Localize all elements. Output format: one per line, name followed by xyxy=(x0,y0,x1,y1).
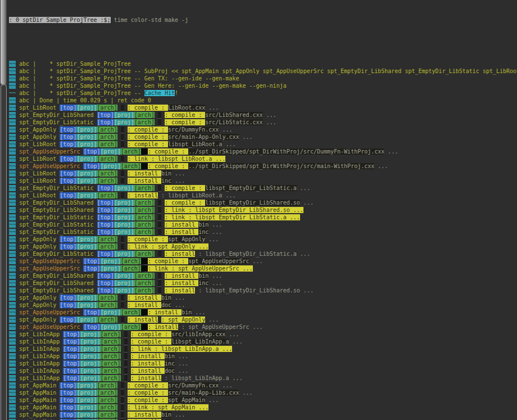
tilde-marker: ~~ xyxy=(9,302,16,308)
terminal-line: ~~ spt_EmptyDir_LibStatic [top][proj][ar… xyxy=(9,228,517,236)
action-label: : compile : xyxy=(165,200,205,206)
project-name: spt_AppMain xyxy=(19,397,56,403)
terminal-line: ~~ spt_LibInApp [top][proj][arch] _ : co… xyxy=(9,331,517,338)
tag-top: [top] xyxy=(97,222,114,228)
action-label: : install xyxy=(148,309,182,315)
ellipsis: ... xyxy=(205,236,219,242)
scrollbar[interactable] xyxy=(0,0,7,420)
ellipsis: ... xyxy=(208,273,222,279)
terminal-line: ~~ spt_AppOnly [top][proj][arch] _ : com… xyxy=(9,236,517,243)
project-name: spt_EmptyDir_LibStatic xyxy=(19,229,93,235)
ellipsis: ... xyxy=(239,134,252,140)
spacer xyxy=(124,192,128,198)
action-label: : install xyxy=(128,302,161,308)
tilde-marker: ~~ xyxy=(9,324,16,330)
tag-proj: [proj] xyxy=(76,382,97,389)
target-name: : spt_AppUseUpperSrc ... xyxy=(178,324,263,330)
underscore-marker: _ xyxy=(141,265,148,272)
target-name: bin xyxy=(161,295,171,301)
tag-proj: [proj] xyxy=(76,317,97,323)
terminal-line: ~~ spt_LibInApp [top][proj][arch] _ : in… xyxy=(9,360,517,367)
target-name: : libspt_LibRoot.a ... xyxy=(158,192,235,198)
tag-arch: [arch] xyxy=(97,105,117,111)
tilde-marker: ~~ xyxy=(9,83,16,89)
tag-arch: [arch] xyxy=(97,390,117,396)
terminal-line: ~~ spt_AppMain [top][proj][arch] _ : com… xyxy=(9,382,517,389)
action-label: : compile : xyxy=(128,127,168,133)
terminal-line: ~~ spt_LibInApp [top][proj][arch] _ : in… xyxy=(9,367,517,374)
tag-top: [top] xyxy=(97,207,114,213)
spacer xyxy=(117,156,121,162)
spacer xyxy=(117,134,121,140)
ellipsis: ... xyxy=(175,368,188,374)
ellipsis: ... xyxy=(263,112,276,118)
tilde-marker: ~~ xyxy=(9,75,16,82)
tag-arch: [arch] xyxy=(101,331,121,337)
terminal-screen[interactable]: : 0 sptDir_Sample_ProjTree :$; time colo… xyxy=(9,2,517,420)
underscore-marker: _ xyxy=(141,163,148,169)
tilde-marker: ~~ xyxy=(9,331,16,337)
tag-arch: [arch] xyxy=(121,309,141,315)
target-name: libspt_LibInApp.a xyxy=(171,338,229,345)
ellipsis: ... xyxy=(175,360,188,367)
terminal-line: ~~ spt_LibInApp [top][proj][arch] _ : li… xyxy=(9,345,517,353)
ellipsis: ... xyxy=(229,338,242,345)
action-label: : install xyxy=(165,280,198,286)
tilde-marker: ~~ xyxy=(9,200,16,206)
terminal-line: ~~ spt_AppOnly [top][proj][arch] _ : lin… xyxy=(9,243,517,250)
scrollbar-trough[interactable] xyxy=(1,84,7,420)
tag-proj: [proj] xyxy=(76,412,97,418)
tag-arch: [arch] xyxy=(134,222,155,228)
ellipsis: ... xyxy=(171,170,185,177)
spacer xyxy=(117,397,121,403)
tag-proj: [proj] xyxy=(76,243,97,250)
tilde-marker: ~~ xyxy=(9,156,16,162)
target-name: spt_AppMain xyxy=(168,397,205,403)
spacer xyxy=(124,412,128,418)
action-label: : install xyxy=(128,170,161,177)
action-label: : install xyxy=(165,287,195,293)
tag-top: [top] xyxy=(60,404,76,410)
spacer xyxy=(124,141,128,147)
tilde-marker: ~~ xyxy=(9,295,16,301)
tag-top: [top] xyxy=(97,119,114,125)
project-name: spt_EmptyDir_LibShared xyxy=(19,280,93,286)
target-name: src/libInApp.cxx xyxy=(171,331,225,337)
log-text: abc | Done | time 00.029 s | ret code 0 xyxy=(16,97,151,103)
scrollbar-thumb[interactable] xyxy=(1,0,6,84)
tag-proj: [proj] xyxy=(76,178,97,184)
tag-arch: [arch] xyxy=(134,251,155,257)
spacer xyxy=(94,229,97,235)
project-name: spt_AppOnly xyxy=(19,317,56,323)
tag-arch: [arch] xyxy=(97,412,117,418)
terminal-line: ~~ spt_AppUseUpperSrc [top][proj][arch] … xyxy=(9,309,517,316)
ellipsis: ... xyxy=(239,390,252,396)
tag-arch: [arch] xyxy=(134,280,155,286)
tilde-marker: ~~ xyxy=(9,68,16,74)
target-name: bin xyxy=(198,222,208,228)
target-name: : libspt_LibInApp.a ... xyxy=(161,375,243,381)
tilde-marker: ~~ xyxy=(9,375,16,381)
target-name: ../spt_DirSkipped/spt_DirWithProj/src/ma… xyxy=(188,163,374,169)
tag-proj: [proj] xyxy=(114,273,134,279)
tag-proj: [proj] xyxy=(114,119,134,125)
tag-proj: [proj] xyxy=(80,375,100,381)
tag-proj: [proj] xyxy=(76,397,97,403)
spacer xyxy=(117,141,121,147)
tag-top: [top] xyxy=(60,134,76,140)
tag-arch: [arch] xyxy=(121,265,141,272)
spacer xyxy=(94,251,97,257)
project-name: spt_LibInApp xyxy=(19,346,60,352)
spacer xyxy=(124,404,128,410)
project-name: spt_AppOnly xyxy=(19,302,56,308)
ellipsis: ... xyxy=(175,353,188,359)
project-name: spt_LibRoot xyxy=(19,192,56,198)
ellipsis: ... xyxy=(205,317,219,323)
tilde-marker: ~~ xyxy=(9,192,16,198)
tag-arch: [arch] xyxy=(97,382,117,389)
tag-proj: [proj] xyxy=(114,229,134,235)
spacer xyxy=(94,273,97,279)
terminal-line: ~~ abc | * sptDir_Sample_ProjTree -- Sub… xyxy=(9,67,517,75)
project-name: spt_EmptyDir_LibStatic xyxy=(19,222,93,228)
action-label: : install xyxy=(165,273,198,279)
